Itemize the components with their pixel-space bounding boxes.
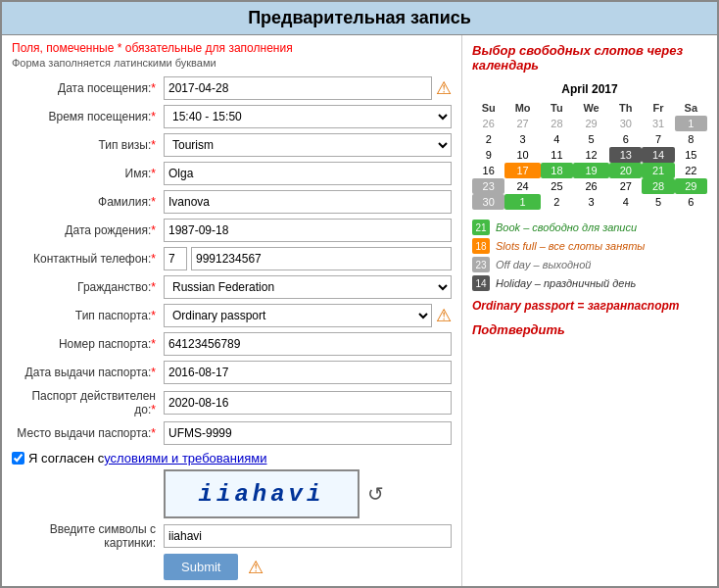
calendar-table: Su Mo Tu We Th Fr Sa 2627282930311234567… [472, 100, 707, 210]
calendar-day: 4 [541, 131, 573, 147]
phone-number-input[interactable] [191, 247, 452, 270]
confirm-note: Подтвердить [472, 322, 707, 337]
calendar-day: 29 [573, 116, 609, 131]
captcha-input[interactable] [164, 524, 452, 548]
calendar-day: 25 [541, 178, 573, 194]
calendar-day[interactable]: 1 [504, 194, 540, 210]
passport-authority-label: Место выдачи паспорта:* [12, 426, 164, 440]
legend-color-box: 21 [472, 220, 490, 235]
legend-color-box: 18 [472, 238, 490, 254]
captcha-image-row: iiahavi ↺ [164, 469, 384, 518]
calendar-day: 27 [504, 116, 540, 131]
surname-input[interactable] [164, 190, 452, 214]
passport-authority-row: Место выдачи паспорта:* [12, 421, 452, 445]
passport-number-row: Номер паспорта:* [12, 332, 452, 356]
calendar-day[interactable]: 1 [675, 116, 707, 131]
citizenship-row: Гражданство:* Russian Federation Other [12, 275, 452, 299]
cal-header-tu: Tu [541, 100, 573, 116]
birth-date-input[interactable] [164, 219, 452, 242]
passport-issue-input[interactable] [164, 361, 452, 384]
passport-type-select[interactable]: Ordinary passport Diplomatic passport Se… [164, 304, 432, 327]
cal-header-mo: Mo [504, 100, 540, 116]
calendar-day[interactable]: 14 [642, 147, 674, 163]
calendar-day[interactable]: 19 [573, 163, 609, 178]
passport-number-label: Номер паспорта:* [12, 337, 164, 351]
citizenship-label: Гражданство:* [12, 280, 164, 294]
calendar-day[interactable]: 18 [541, 163, 573, 178]
agree-link[interactable]: условиями и требованиями [104, 451, 266, 466]
submit-button[interactable]: Submit [164, 554, 238, 580]
calendar-day[interactable]: 30 [472, 194, 504, 210]
calendar-day: 7 [642, 131, 674, 147]
right-panel: Выбор свободных слотов через календарь A… [462, 35, 717, 586]
name-input[interactable] [164, 162, 452, 185]
visit-date-input[interactable] [164, 76, 432, 100]
calendar-day[interactable]: 20 [609, 163, 642, 178]
passport-expire-input[interactable] [164, 391, 452, 415]
calendar-day: 24 [504, 178, 540, 194]
agree-text: Я согласен с [28, 451, 104, 466]
calendar-day: 31 [642, 116, 674, 131]
calendar-day: 28 [541, 116, 573, 131]
agree-row: Я согласен с условиями и требованиями [12, 451, 452, 466]
visa-type-row: Тип визы:* Tourism Business Student [12, 133, 452, 157]
captcha-input-row: Введите символы с картинки: [12, 522, 452, 550]
legend-item: 21 Book – свободно для записи [472, 220, 707, 235]
calendar-day: 5 [642, 194, 674, 210]
citizenship-select[interactable]: Russian Federation Other [164, 275, 452, 299]
name-label: Имя:* [12, 167, 164, 180]
legend-item: 18 Slots full – все слоты заняты [472, 238, 707, 254]
calendar-day: 5 [573, 131, 609, 147]
visa-type-select[interactable]: Tourism Business Student [164, 133, 452, 157]
passport-type-label: Тип паспорта:* [12, 309, 164, 322]
calendar-day: 9 [472, 147, 504, 163]
calendar-day: 2 [541, 194, 573, 210]
calendar-header: Выбор свободных слотов через календарь [472, 43, 707, 73]
visit-time-label: Время посещения:* [12, 110, 164, 123]
passport-number-input[interactable] [164, 332, 452, 356]
passport-issue-row: Дата выдачи паспорта:* [12, 361, 452, 384]
required-note: Поля, помеченные * обязательные для запо… [12, 41, 452, 55]
calendar-day: 30 [609, 116, 642, 131]
calendar-day[interactable]: 23 [472, 178, 504, 194]
legend-section: 21 Book – свободно для записи 18 Slots f… [472, 220, 707, 291]
calendar-day: 15 [675, 147, 707, 163]
passport-type-warn-icon: ⚠ [436, 305, 452, 326]
cal-header-we: We [573, 100, 609, 116]
cal-header-sa: Sa [675, 100, 707, 116]
agree-checkbox[interactable] [12, 452, 24, 465]
passport-issue-label: Дата выдачи паспорта:* [12, 366, 164, 379]
calendar-day: 10 [504, 147, 540, 163]
calendar-day[interactable]: 28 [642, 178, 674, 194]
surname-row: Фамилия:* [12, 190, 452, 214]
calendar-day: 26 [573, 178, 609, 194]
passport-expire-row: Паспорт действителен до:* [12, 389, 452, 416]
calendar-day[interactable]: 13 [609, 147, 642, 163]
calendar-day[interactable]: 29 [675, 178, 707, 194]
legend-text: Book – свободно для записи [496, 221, 637, 233]
phone-label: Контактный телефон:* [12, 252, 164, 266]
visit-time-row: Время посещения:* 15:40 - 15:50 16:00 - … [12, 105, 452, 128]
passport-authority-input[interactable] [164, 421, 452, 445]
legend-text: Off day – выходной [496, 259, 591, 270]
visit-time-select[interactable]: 15:40 - 15:50 16:00 - 16:10 16:20 - 16:3… [164, 105, 452, 128]
calendar-day[interactable]: 21 [642, 163, 674, 178]
captcha-refresh-button[interactable]: ↺ [367, 482, 384, 506]
legend-text: Holiday – праздничный день [496, 277, 636, 289]
calendar-day: 22 [675, 163, 707, 178]
calendar-day: 26 [472, 116, 504, 131]
calendar-day: 12 [573, 147, 609, 163]
passport-expire-label: Паспорт действителен до:* [12, 389, 164, 416]
submit-warn-icon: ⚠ [248, 557, 264, 578]
calendar-day: 4 [609, 194, 642, 210]
phone-prefix-input[interactable] [164, 247, 187, 270]
calendar-day[interactable]: 17 [504, 163, 540, 178]
submit-row: Submit ⚠ [12, 554, 452, 580]
calendar-day: 6 [675, 194, 707, 210]
legend-color-box: 14 [472, 275, 490, 291]
surname-label: Фамилия:* [12, 195, 164, 209]
calendar-month-title: April 2017 [472, 82, 707, 96]
passport-note: Ordinary passport = загранпаспорт [472, 299, 707, 313]
calendar-day: 11 [541, 147, 573, 163]
calendar-day: 3 [504, 131, 540, 147]
